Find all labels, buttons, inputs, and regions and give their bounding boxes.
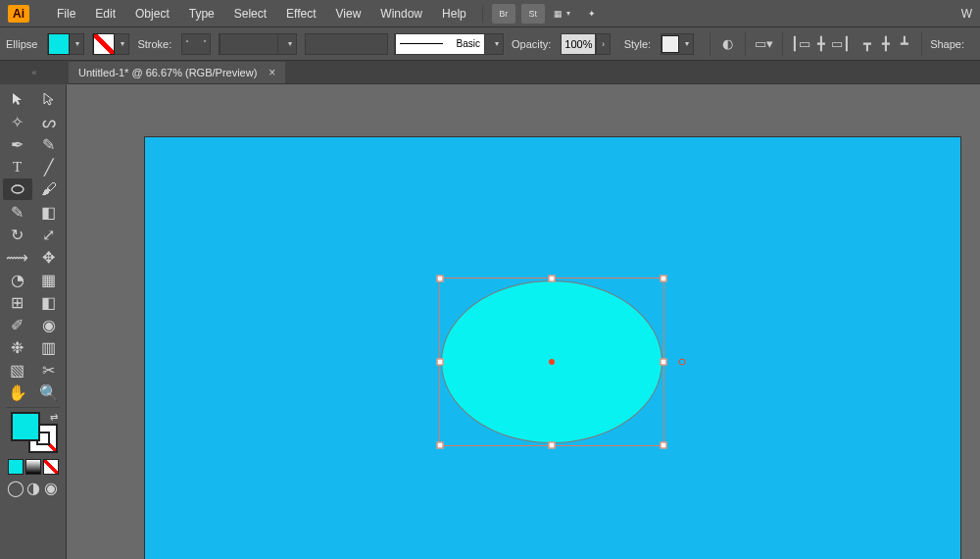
menu-view[interactable]: View	[326, 7, 371, 21]
zoom-tool[interactable]: 🔍	[34, 381, 64, 403]
control-bar: Ellipse ▾ ▾ Stroke: ˄˅ ▾ Basic ▾ Opacity…	[0, 27, 980, 61]
magic-wand-tool[interactable]: ✧	[3, 111, 32, 132]
swap-fill-stroke-icon[interactable]: ⇄	[50, 412, 58, 423]
shape-builder-tool[interactable]: ◔	[3, 269, 32, 290]
draw-inside-icon[interactable]: ◉	[43, 481, 59, 494]
symbol-sprayer-tool[interactable]: ❉	[3, 336, 32, 358]
gradient-tool[interactable]: ◧	[34, 291, 64, 313]
stroke-profile-picker[interactable]: ▾	[219, 33, 297, 55]
artboard[interactable]	[145, 137, 960, 559]
arrange-documents-icon[interactable]: ▦▾	[551, 4, 574, 24]
paintbrush-tool[interactable]: 🖌	[34, 178, 64, 200]
brush-basic: Basic	[395, 33, 485, 55]
stroke-weight-label: Stroke:	[137, 38, 172, 50]
opacity-label: Opacity:	[512, 38, 551, 50]
width-tool[interactable]: ⟿	[3, 246, 32, 268]
graphic-style-picker[interactable]: ▾	[661, 33, 694, 55]
brush-definition-picker[interactable]: Basic ▾	[394, 33, 504, 55]
variable-width-profile[interactable]	[305, 33, 388, 55]
stock-icon[interactable]: St	[521, 4, 545, 24]
style-swatch	[662, 35, 679, 53]
lasso-tool[interactable]: ᔕ	[34, 111, 64, 132]
bbox-handle-tc[interactable]	[549, 276, 556, 282]
canvas-area[interactable]	[67, 84, 980, 559]
menu-file[interactable]: File	[47, 7, 85, 21]
column-graph-tool[interactable]: ▥	[34, 336, 64, 358]
opacity-dropdown[interactable]: ›	[596, 33, 610, 55]
color-mode-row	[2, 459, 64, 475]
selection-bounding-box[interactable]	[439, 278, 664, 446]
bbox-handle-bl[interactable]	[437, 442, 444, 449]
panel-collapse-toggle[interactable]: «	[0, 61, 69, 84]
document-tab[interactable]: Untitled-1* @ 66.67% (RGB/Preview) ×	[69, 62, 285, 83]
style-label: Style:	[624, 38, 652, 50]
menu-help[interactable]: Help	[432, 7, 476, 21]
hand-tool[interactable]: ✋	[3, 381, 32, 403]
free-transform-tool[interactable]: ✥	[34, 246, 64, 268]
stroke-weight-stepper[interactable]: ˄˅	[181, 33, 211, 55]
align-vcenter-icon[interactable]: ╋	[877, 33, 894, 55]
fill-stroke-indicator[interactable]: ⇄	[9, 412, 58, 455]
pen-tool[interactable]: ✒	[3, 133, 32, 155]
type-tool[interactable]: T	[3, 156, 32, 178]
color-mode-gradient[interactable]	[25, 459, 41, 475]
curvature-tool[interactable]: ✎	[34, 133, 64, 155]
stroke-profile-sample	[220, 33, 278, 55]
align-right-icon[interactable]: ▭┃	[831, 33, 851, 55]
selection-tool[interactable]	[3, 88, 32, 110]
color-mode-fill[interactable]	[8, 459, 24, 475]
bbox-handle-bc[interactable]	[549, 442, 556, 449]
menu-edit[interactable]: Edit	[85, 7, 125, 21]
fill-swatch	[48, 33, 70, 55]
artboard-tool[interactable]: ▧	[3, 359, 32, 381]
draw-normal-icon[interactable]: ◯	[8, 481, 24, 494]
align-to-icon[interactable]: ▭▾	[755, 33, 773, 55]
bridge-icon[interactable]: Br	[492, 4, 515, 24]
bbox-handle-tl[interactable]	[437, 276, 444, 282]
align-top-icon[interactable]: ┳	[859, 33, 876, 55]
ellipse-tool[interactable]	[3, 178, 32, 200]
gpu-preview-icon[interactable]: ✦	[580, 4, 604, 24]
align-hcenter-icon[interactable]: ╋	[812, 33, 829, 55]
fill-indicator[interactable]	[11, 412, 40, 441]
bbox-handle-br[interactable]	[661, 442, 667, 449]
eraser-tool[interactable]: ◧	[34, 201, 64, 223]
mesh-tool[interactable]: ⊞	[3, 291, 32, 313]
direct-selection-tool[interactable]	[34, 88, 64, 110]
close-tab-icon[interactable]: ×	[269, 66, 275, 79]
menu-effect[interactable]: Effect	[276, 7, 325, 21]
svg-point-0	[12, 185, 24, 193]
align-left-icon[interactable]: ┃▭	[791, 33, 810, 55]
shape-label: Shape:	[930, 38, 964, 50]
color-mode-none[interactable]	[43, 459, 59, 475]
stroke-swatch-picker[interactable]: ▾	[92, 33, 129, 55]
tools-panel: ✧ ᔕ ✒ ✎ T ╱ 🖌 ✎ ◧ ↻ ⤢ ⟿ ✥ ◔ ▦ ⊞ ◧ ✐ ◉ ❉ …	[0, 84, 67, 559]
workspace-label[interactable]: W	[961, 7, 972, 21]
opacity-input[interactable]: 100%	[561, 33, 596, 55]
shape-center-point[interactable]	[549, 359, 555, 365]
perspective-grid-tool[interactable]: ▦	[34, 269, 64, 290]
menu-object[interactable]: Object	[125, 7, 179, 21]
align-bottom-icon[interactable]: ┻	[896, 33, 912, 55]
app-logo: Ai	[8, 5, 29, 23]
draw-behind-icon[interactable]: ◑	[25, 481, 41, 494]
bbox-handle-mr[interactable]	[661, 359, 667, 366]
eyedropper-tool[interactable]: ✐	[3, 314, 32, 335]
pie-widget-handle[interactable]	[679, 359, 686, 366]
document-tab-bar: Untitled-1* @ 66.67% (RGB/Preview) ×	[0, 61, 980, 84]
line-segment-tool[interactable]: ╱	[34, 156, 64, 178]
menu-select[interactable]: Select	[224, 7, 276, 21]
document-tab-title: Untitled-1* @ 66.67% (RGB/Preview)	[78, 67, 257, 78]
menu-window[interactable]: Window	[370, 7, 432, 21]
menu-separator	[482, 5, 483, 23]
scale-tool[interactable]: ⤢	[34, 224, 64, 245]
shaper-tool[interactable]: ✎	[3, 201, 32, 223]
fill-swatch-picker[interactable]: ▾	[47, 33, 84, 55]
bbox-handle-tr[interactable]	[661, 276, 667, 282]
slice-tool[interactable]: ✂	[34, 359, 64, 381]
bbox-handle-ml[interactable]	[437, 359, 444, 366]
recolor-artwork-icon[interactable]: ◐	[719, 33, 736, 55]
blend-tool[interactable]: ◉	[34, 314, 64, 335]
rotate-tool[interactable]: ↻	[3, 224, 32, 245]
menu-type[interactable]: Type	[179, 7, 224, 21]
